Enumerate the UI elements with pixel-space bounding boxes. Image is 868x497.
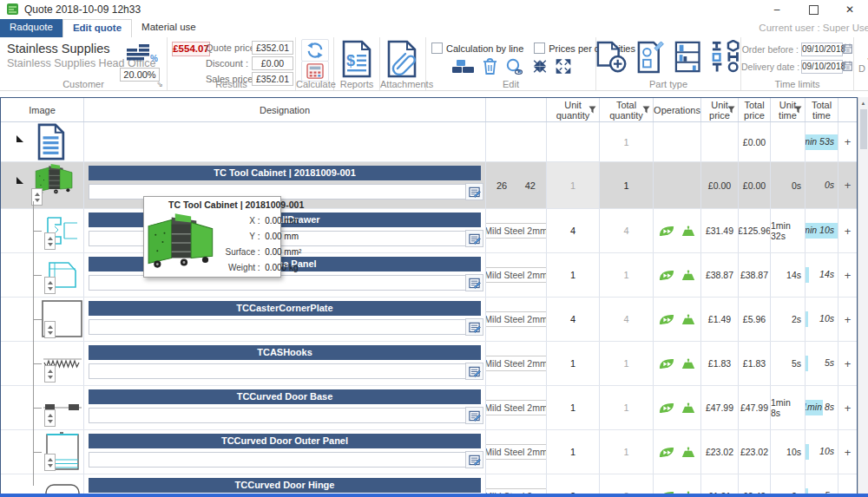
calc-by-line-checkbox[interactable]: Calculation by line (431, 40, 523, 56)
part-name-banner[interactable]: TC Tool Cabinet | 20181009-001 (89, 166, 481, 180)
cutting-operation-icon[interactable] (659, 226, 674, 237)
add-row-button[interactable]: + (838, 209, 857, 252)
dialog-launcher-icon[interactable]: ⇘ (156, 80, 163, 88)
vertical-scrollbar[interactable]: ▲ (858, 97, 868, 497)
folding-operation-icon[interactable] (681, 314, 696, 325)
part-name-banner[interactable]: TCCurved Door Hinge (89, 478, 481, 493)
add-row-button[interactable]: + (838, 430, 857, 474)
minimize-button[interactable]: – (759, 0, 795, 19)
quote-document-icon[interactable] (33, 123, 69, 160)
col-header-total-price[interactable]: Total price (739, 98, 771, 121)
part-name-banner[interactable]: TCCasterCornerPlate (89, 301, 481, 316)
edit-part-icon[interactable] (637, 40, 665, 75)
folding-operation-icon[interactable] (681, 226, 696, 237)
recalculate-button[interactable] (301, 39, 329, 62)
part-row[interactable]: TCCasterCornerPlate Mild Steel 2mm 4 4 (1, 298, 857, 342)
discount-input[interactable]: £0.00 (252, 56, 293, 70)
tab-material-use[interactable]: Material use (132, 19, 206, 37)
part-row[interactable]: TCCurved Door Base Mild Steel 2mm 1 1 (1, 386, 857, 430)
material-badge[interactable]: Mild Steel 2mm (486, 311, 547, 327)
designation-input[interactable] (89, 319, 468, 335)
order-before-input[interactable]: 09/10/2018 (801, 43, 843, 56)
material-badge[interactable]: Mild Steel 2mm (486, 267, 547, 283)
expand-all-icon[interactable] (556, 59, 571, 74)
quantity-stepper[interactable] (44, 365, 56, 383)
col-header-image[interactable]: Image (1, 98, 84, 121)
unit-quantity-cell[interactable]: 1 (547, 162, 600, 208)
material-badge[interactable]: Mild Steel 2mm (486, 444, 547, 460)
material-badge[interactable]: Mild Steel 2mm (486, 223, 547, 239)
part-name-banner[interactable]: TCCurved Door Base (89, 389, 481, 404)
designation-input[interactable] (89, 408, 468, 423)
maximize-button[interactable] (795, 0, 832, 19)
col-header-unit-time[interactable]: Unit time (771, 98, 806, 121)
part-name-banner[interactable]: TCCurved Door Outer Panel (89, 434, 481, 448)
designation-input[interactable] (89, 452, 468, 468)
filter-icon[interactable] (794, 106, 802, 114)
col-header-total-time[interactable]: Total time (806, 98, 838, 121)
quantity-stepper[interactable] (44, 232, 56, 250)
close-button[interactable]: ✕ (832, 0, 868, 19)
hardware-parts-icon[interactable] (711, 40, 740, 73)
cutting-operation-icon[interactable] (659, 447, 674, 458)
add-row-button[interactable]: + (838, 298, 857, 341)
edit-designation-button[interactable] (465, 274, 483, 291)
attachments-icon[interactable] (387, 40, 418, 78)
add-row-button[interactable]: + (838, 386, 857, 429)
folding-operation-icon[interactable] (681, 402, 696, 414)
col-header-operations[interactable]: Operations (654, 98, 701, 121)
part-row[interactable]: TCASHooks Mild Steel 2mm 1 1 (1, 342, 857, 386)
quantity-stepper[interactable] (44, 409, 56, 427)
reports-icon[interactable]: $ (342, 40, 372, 78)
designation-input[interactable] (89, 363, 468, 379)
edit-designation-button[interactable] (465, 451, 483, 468)
add-row-button[interactable]: + (838, 162, 857, 208)
add-row-button[interactable]: + (838, 253, 857, 297)
new-part-icon[interactable] (596, 40, 628, 75)
unit-quantity-cell[interactable]: 1 (547, 430, 600, 474)
edit-designation-button[interactable] (465, 183, 483, 200)
folding-operation-icon[interactable] (681, 447, 696, 458)
edit-designation-button[interactable] (465, 407, 483, 424)
calendar-icon[interactable] (843, 61, 852, 71)
quote-price-input[interactable]: £352.01 (252, 41, 293, 55)
delete-trash-icon[interactable] (483, 58, 497, 75)
folding-operation-icon[interactable] (681, 358, 696, 369)
collapse-all-icon[interactable] (532, 59, 548, 74)
col-header-designation[interactable]: Designation (84, 98, 486, 121)
edit-designation-button[interactable] (465, 230, 483, 247)
col-header-total-quantity[interactable]: Total quantity (600, 98, 654, 121)
part-row[interactable]: TCBase Panel Mild Steel 2mm 1 1 (1, 253, 857, 298)
add-row-button[interactable]: + (838, 342, 857, 385)
tab-edit-quote[interactable]: Edit quote (62, 19, 132, 39)
unit-quantity-cell[interactable]: 1 (547, 253, 600, 297)
assembly-row[interactable]: TC Tool Cabinet | 20181009-001 26 42 1 1… (1, 162, 857, 209)
col-header-unit-price[interactable]: Unit price (701, 98, 739, 121)
unit-quantity-cell[interactable]: 4 (547, 209, 600, 252)
cutting-operation-icon[interactable] (659, 402, 674, 414)
unit-quantity-cell[interactable]: 1 (547, 342, 600, 385)
part-row[interactable]: TCSmallDrawer Mild Steel 2mm 4 4 (1, 209, 857, 253)
part-name-banner[interactable]: TCASHooks (89, 345, 481, 360)
tab-radquote[interactable]: Radquote (0, 19, 62, 37)
filter-icon[interactable] (642, 106, 650, 114)
quantity-stepper[interactable] (44, 454, 56, 471)
add-row-button[interactable]: + (838, 122, 857, 161)
col-header-unit-quantity[interactable]: Unit quantity (547, 98, 600, 121)
unit-quantity-cell[interactable]: 1 (547, 386, 600, 429)
filter-icon[interactable] (589, 106, 596, 114)
scroll-up-button[interactable]: ▲ (858, 97, 868, 108)
calendar-icon[interactable] (843, 43, 852, 54)
quantity-stepper[interactable] (44, 277, 56, 294)
material-badge[interactable]: Mild Steel 2mm (486, 400, 547, 415)
filter-icon[interactable] (727, 106, 735, 114)
blocks-icon[interactable] (451, 59, 475, 74)
material-badge[interactable]: Mild Steel 2mm (486, 356, 547, 371)
cutting-operation-icon[interactable] (659, 270, 674, 281)
folding-operation-icon[interactable] (681, 270, 696, 281)
search-preview-icon[interactable] (505, 58, 524, 75)
edit-designation-button[interactable] (465, 363, 483, 380)
unit-quantity-cell[interactable]: 4 (547, 298, 600, 341)
cutting-operation-icon[interactable] (659, 358, 674, 369)
part-row[interactable]: TCCurved Door Outer Panel Mild Steel 2mm… (1, 430, 857, 474)
